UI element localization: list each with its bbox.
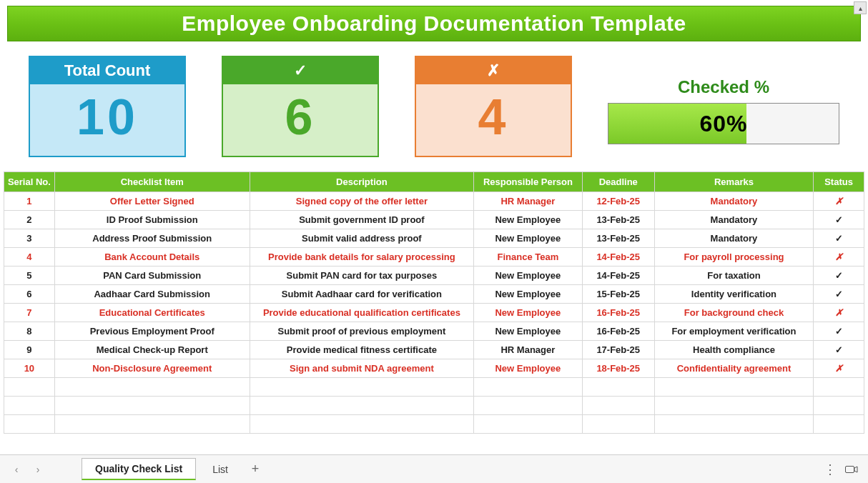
cell-empty[interactable] — [582, 397, 654, 415]
cell-item[interactable]: PAN Card Submission — [54, 267, 250, 285]
cell-empty[interactable] — [54, 378, 250, 397]
cell-empty[interactable] — [474, 378, 583, 397]
cell-dead[interactable]: 18-Feb-25 — [582, 359, 654, 378]
cell-status[interactable]: ✗ — [814, 192, 864, 211]
checklist-table[interactable]: Serial No. Checklist Item Description Re… — [4, 171, 864, 434]
cell-empty[interactable] — [654, 415, 813, 434]
table-row[interactable]: 10Non-Disclosure AgreementSign and submi… — [4, 359, 864, 378]
table-row[interactable]: 5PAN Card SubmissionSubmit PAN card for … — [4, 267, 864, 285]
kebab-menu-icon[interactable]: ⋮ — [821, 462, 839, 477]
add-tab-icon[interactable]: + — [245, 462, 266, 477]
cell-desc[interactable]: Submit proof of previous employment — [250, 322, 473, 341]
cell-rem[interactable]: For employment verification — [654, 322, 813, 341]
cell-desc[interactable]: Submit valid address proof — [250, 229, 473, 248]
cell-item[interactable]: Medical Check-up Report — [54, 341, 250, 359]
cell-status[interactable]: ✓ — [814, 322, 864, 341]
col-resp[interactable]: Responsible Person — [474, 172, 583, 192]
cell-desc[interactable]: Provide medical fitness certificate — [250, 341, 473, 359]
cell-status[interactable]: ✓ — [814, 211, 864, 229]
cell-resp[interactable]: Finance Team — [474, 248, 583, 267]
cell-serial[interactable]: 7 — [4, 304, 55, 322]
cell-item[interactable]: Educational Certificates — [54, 304, 250, 322]
cell-empty[interactable] — [4, 397, 55, 415]
cell-status[interactable]: ✓ — [814, 285, 864, 304]
cell-desc[interactable]: Signed copy of the offer letter — [250, 192, 473, 211]
tab-nav-next-icon[interactable]: › — [29, 460, 47, 479]
cell-item[interactable]: Previous Employment Proof — [54, 322, 250, 341]
cell-resp[interactable]: New Employee — [474, 359, 583, 378]
cell-dead[interactable]: 14-Feb-25 — [582, 248, 654, 267]
cell-serial[interactable]: 1 — [4, 192, 55, 211]
cell-empty[interactable] — [4, 378, 55, 397]
cell-dead[interactable]: 15-Feb-25 — [582, 285, 654, 304]
cell-desc[interactable]: Provide educational qualification certif… — [250, 304, 473, 322]
cell-rem[interactable]: For taxation — [654, 267, 813, 285]
col-desc[interactable]: Description — [250, 172, 473, 192]
cell-resp[interactable]: New Employee — [474, 285, 583, 304]
table-row[interactable]: 7Educational CertificatesProvide educati… — [4, 304, 864, 322]
table-row-empty[interactable] — [4, 415, 864, 434]
cell-empty[interactable] — [814, 378, 864, 397]
cell-rem[interactable]: Mandatory — [654, 211, 813, 229]
table-row[interactable]: 1Offer Letter SignedSigned copy of the o… — [4, 192, 864, 211]
table-row[interactable]: 3Address Proof SubmissionSubmit valid ad… — [4, 229, 864, 248]
cell-status[interactable]: ✗ — [814, 304, 864, 322]
cell-dead[interactable]: 16-Feb-25 — [582, 304, 654, 322]
cell-serial[interactable]: 9 — [4, 341, 55, 359]
col-stat[interactable]: Status — [814, 172, 864, 192]
cell-dead[interactable]: 13-Feb-25 — [582, 229, 654, 248]
cell-dead[interactable]: 14-Feb-25 — [582, 267, 654, 285]
cell-desc[interactable]: Sign and submit NDA agreement — [250, 359, 473, 378]
cell-resp[interactable]: New Employee — [474, 267, 583, 285]
col-dead[interactable]: Deadline — [582, 172, 654, 192]
cell-empty[interactable] — [814, 415, 864, 434]
table-row-empty[interactable] — [4, 397, 864, 415]
cell-rem[interactable]: Confidentiality agreement — [654, 359, 813, 378]
cell-empty[interactable] — [474, 415, 583, 434]
cell-item[interactable]: ID Proof Submission — [54, 211, 250, 229]
cell-empty[interactable] — [654, 397, 813, 415]
table-row[interactable]: 4Bank Account DetailsProvide bank detail… — [4, 248, 864, 267]
cell-status[interactable]: ✓ — [814, 267, 864, 285]
cell-empty[interactable] — [474, 397, 583, 415]
tab-nav-prev-icon[interactable]: ‹ — [7, 460, 26, 479]
cell-resp[interactable]: New Employee — [474, 304, 583, 322]
table-row-empty[interactable] — [4, 378, 864, 397]
cell-dead[interactable]: 13-Feb-25 — [582, 211, 654, 229]
table-row[interactable]: 8Previous Employment ProofSubmit proof o… — [4, 322, 864, 341]
cell-rem[interactable]: For background check — [654, 304, 813, 322]
cell-dead[interactable]: 12-Feb-25 — [582, 192, 654, 211]
scroll-up-icon[interactable]: ▴ — [854, 1, 867, 14]
cell-empty[interactable] — [654, 378, 813, 397]
col-serial[interactable]: Serial No. — [4, 172, 55, 192]
cell-dead[interactable]: 17-Feb-25 — [582, 341, 654, 359]
col-rem[interactable]: Remarks — [654, 172, 813, 192]
cell-empty[interactable] — [250, 378, 473, 397]
cell-desc[interactable]: Submit Aadhaar card for verification — [250, 285, 473, 304]
cell-rem[interactable]: Identity verification — [654, 285, 813, 304]
cell-empty[interactable] — [250, 397, 473, 415]
cell-resp[interactable]: HR Manager — [474, 192, 583, 211]
cell-serial[interactable]: 8 — [4, 322, 55, 341]
cell-serial[interactable]: 3 — [4, 229, 55, 248]
cell-item[interactable]: Non-Disclosure Agreement — [54, 359, 250, 378]
cell-empty[interactable] — [54, 397, 250, 415]
cell-empty[interactable] — [4, 415, 55, 434]
table-row[interactable]: 9Medical Check-up ReportProvide medical … — [4, 341, 864, 359]
cell-desc[interactable]: Provide bank details for salary processi… — [250, 248, 473, 267]
cell-empty[interactable] — [582, 378, 654, 397]
cell-status[interactable]: ✓ — [814, 341, 864, 359]
camera-icon[interactable] — [842, 464, 861, 474]
cell-desc[interactable]: Submit government ID proof — [250, 211, 473, 229]
cell-serial[interactable]: 2 — [4, 211, 55, 229]
cell-resp[interactable]: New Employee — [474, 229, 583, 248]
cell-serial[interactable]: 10 — [4, 359, 55, 378]
cell-item[interactable]: Offer Letter Signed — [54, 192, 250, 211]
cell-empty[interactable] — [250, 415, 473, 434]
cell-empty[interactable] — [814, 397, 864, 415]
cell-status[interactable]: ✓ — [814, 229, 864, 248]
cell-item[interactable]: Address Proof Submission — [54, 229, 250, 248]
cell-empty[interactable] — [54, 415, 250, 434]
cell-status[interactable]: ✗ — [814, 359, 864, 378]
cell-rem[interactable]: Mandatory — [654, 229, 813, 248]
